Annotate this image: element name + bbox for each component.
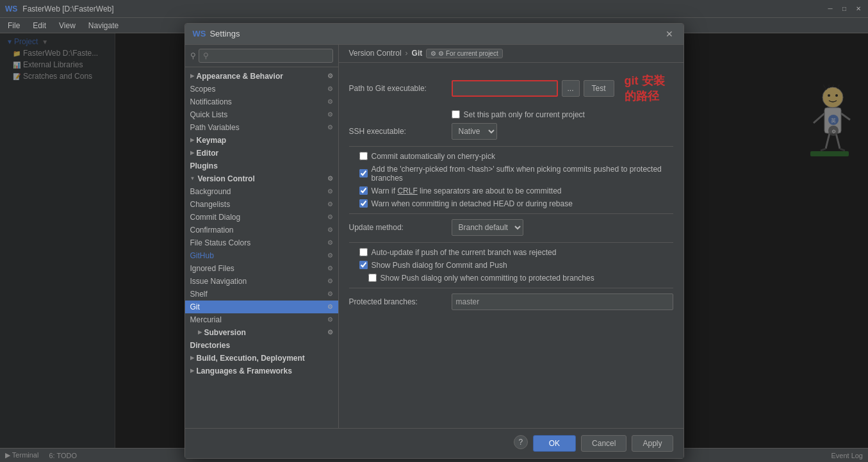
commit-auto-row: Commit automatically on cherry-pick (359, 152, 673, 161)
tree-item-subversion[interactable]: ▶ Subversion ⚙ (193, 326, 338, 339)
menu-view[interactable]: View (54, 20, 81, 31)
tree-item-languages[interactable]: ▶ Languages & Frameworks (185, 365, 338, 377)
tree-item-github[interactable]: GitHub ⚙ (185, 249, 338, 262)
tree-item-notifications[interactable]: Notifications ⚙ (185, 95, 338, 108)
set-path-checkbox[interactable] (452, 110, 460, 119)
project-tag: ⚙ ⚙ For current project (426, 49, 502, 58)
update-method-row: Update method: Branch default Merge Reba… (349, 219, 673, 236)
breadcrumb-separator: › (405, 49, 408, 58)
tree-item-commit-dialog[interactable]: Commit Dialog ⚙ (185, 211, 338, 224)
tree-item-plugins[interactable]: Plugins (185, 160, 338, 172)
tree-item-file-status-colors[interactable]: File Status Colors ⚙ (185, 236, 338, 249)
breadcrumb-vc: Version Control (349, 49, 402, 58)
settings-content-panel: Version Control › Git ⚙ ⚙ For current pr… (339, 45, 684, 428)
settings-icon-changelists: ⚙ (327, 201, 333, 208)
protected-branches-input[interactable] (452, 293, 673, 310)
ok-button[interactable]: OK (533, 435, 576, 452)
tree-label-shelf: Shelf (190, 290, 208, 299)
search-input[interactable] (199, 49, 333, 63)
tree-item-appearance[interactable]: ▶ Appearance & Behavior ⚙ (185, 70, 338, 83)
tree-item-quick-lists[interactable]: Quick Lists ⚙ (185, 108, 338, 121)
tree-item-editor[interactable]: ▶ Editor (185, 147, 338, 160)
show-push-only-checkbox[interactable] (368, 274, 377, 282)
crlf-warn-row: Warn if CRLF line separators are about t… (359, 186, 673, 195)
auto-update-label: Auto-update if push of the current branc… (372, 248, 557, 257)
help-button[interactable]: ? (514, 435, 528, 449)
update-method-label: Update method: (349, 223, 452, 232)
tree-item-directories[interactable]: Directories (185, 339, 338, 352)
tree-item-shelf[interactable]: Shelf ⚙ (185, 288, 338, 301)
detached-warn-row: Warn when committing in detached HEAD or… (359, 199, 673, 208)
expand-icon-lang: ▶ (190, 368, 194, 374)
expand-icon-keymap: ▶ (190, 137, 194, 143)
minimize-button[interactable]: ─ (826, 4, 835, 13)
status-event-log[interactable]: Event Log (831, 452, 863, 459)
apply-button[interactable]: Apply (632, 435, 673, 452)
tree-item-issue-navigation[interactable]: Issue Navigation ⚙ (185, 275, 338, 288)
settings-icon-appearance: ⚙ (327, 72, 333, 79)
auto-update-checkbox[interactable] (359, 248, 368, 256)
test-button[interactable]: Test (584, 80, 614, 97)
settings-icon-ignored-files: ⚙ (327, 265, 333, 272)
status-terminal[interactable]: ▶ Terminal (5, 451, 38, 459)
divider-4 (349, 288, 673, 288)
settings-icon-scopes: ⚙ (327, 85, 333, 92)
expand-icon-build: ▶ (190, 355, 194, 361)
settings-icon-git: ⚙ (327, 303, 333, 310)
tree-item-build[interactable]: ▶ Build, Execution, Deployment (185, 352, 338, 365)
menu-file[interactable]: File (3, 20, 25, 31)
tree-item-git[interactable]: Git ⚙ (185, 301, 338, 313)
ssh-label: SSH executable: (349, 127, 452, 136)
detached-warn-checkbox[interactable] (359, 199, 368, 208)
breadcrumb: Version Control › Git ⚙ ⚙ For current pr… (339, 45, 684, 63)
protected-branches-row: Protected branches: (349, 293, 673, 310)
tree-item-changelists[interactable]: Changelists ⚙ (185, 198, 338, 211)
tree-item-ignored-files[interactable]: Ignored Files ⚙ (185, 262, 338, 275)
show-push-only-row: Show Push dialog only when committing to… (368, 274, 673, 283)
git-path-input[interactable] (452, 80, 558, 97)
browse-button[interactable]: ... (562, 80, 580, 97)
expand-icon-svn: ▶ (198, 329, 202, 335)
auto-update-row: Auto-update if push of the current branc… (359, 248, 673, 257)
settings-icon-background: ⚙ (327, 188, 333, 195)
tree-item-mercurial[interactable]: Mercurial ⚙ (185, 313, 338, 326)
cherry-pick-checkbox[interactable] (359, 169, 368, 177)
tree-item-keymap[interactable]: ▶ Keymap (185, 134, 338, 147)
crlf-warn-checkbox[interactable] (359, 186, 368, 195)
tree-label-mercurial: Mercurial (190, 315, 222, 324)
tree-label-subversion: Subversion (204, 328, 246, 337)
window-controls: ─ □ ✕ (826, 4, 863, 13)
project-tag-label: ⚙ For current project (438, 50, 498, 57)
tree-label-issue-navigation: Issue Navigation (190, 277, 247, 286)
tree-item-path-variables[interactable]: Path Variables ⚙ (185, 121, 338, 134)
update-method-select[interactable]: Branch default Merge Rebase (452, 219, 523, 236)
tree-item-scopes[interactable]: Scopes ⚙ (185, 83, 338, 95)
menu-navigate[interactable]: Navigate (83, 20, 124, 31)
tree-label-changelists: Changelists (190, 200, 231, 209)
dialog-title-text: Settings (209, 29, 240, 38)
menu-edit[interactable]: Edit (28, 20, 51, 31)
tree-label-languages: Languages & Frameworks (197, 367, 292, 375)
ssh-select[interactable]: Native Built-in (452, 123, 497, 140)
tree-item-confirmation[interactable]: Confirmation ⚙ (185, 224, 338, 236)
settings-icon-path-vars: ⚙ (327, 124, 333, 131)
cancel-button[interactable]: Cancel (581, 435, 626, 452)
tree-item-background[interactable]: Background ⚙ (185, 185, 338, 198)
maximize-button[interactable]: □ (840, 4, 849, 13)
commit-auto-checkbox[interactable] (359, 152, 368, 160)
show-push-only-label: Show Push dialog only when committing to… (381, 274, 594, 283)
dialog-close-button[interactable]: ✕ (663, 28, 676, 40)
tree-item-version-control[interactable]: ▼ Version Control ⚙ (185, 172, 338, 185)
show-push-label: Show Push dialog for Commit and Push (372, 261, 507, 270)
gear-icon: ⚙ (430, 50, 436, 57)
divider-1 (349, 146, 673, 147)
ide-main: ▾ Project ▼ 📁 FasterWeb D:\Faste... 📊 Ex… (0, 33, 868, 448)
show-push-checkbox[interactable] (359, 261, 368, 269)
ssh-row: SSH executable: Native Built-in (349, 123, 673, 140)
ssh-controls: Native Built-in (452, 123, 673, 140)
status-todo[interactable]: 6: TODO (49, 452, 77, 459)
ide-titlebar: WS FasterWeb [D:\FasterWeb] ─ □ ✕ (0, 0, 868, 18)
tree-label-editor: Editor (197, 149, 219, 158)
settings-icon-github: ⚙ (327, 252, 333, 259)
close-button[interactable]: ✕ (854, 4, 863, 13)
